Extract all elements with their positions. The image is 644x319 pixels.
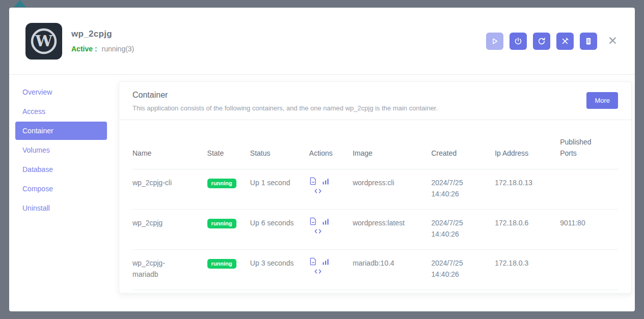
column-header-ports: Published Ports	[560, 120, 618, 169]
cell-ip-address: 172.18.0.3	[495, 250, 560, 290]
column-header-state: State	[207, 120, 250, 169]
restart-icon	[537, 37, 546, 46]
tools-icon	[560, 37, 570, 46]
column-header-image: Image	[353, 120, 431, 169]
play-icon	[490, 37, 499, 46]
cell-status: Up 6 seconds	[250, 210, 309, 250]
table-row: wp_2cpjg-cli running Up 1 second	[132, 169, 618, 210]
cell-status: Up 1 second	[250, 169, 309, 210]
cell-created: 2024/7/25 14:40:26	[431, 250, 495, 290]
cell-published-ports: 9011:80	[560, 210, 618, 250]
cell-published-ports	[560, 169, 618, 210]
sidebar-item-access[interactable]: Access	[15, 102, 107, 121]
status-label: Active :	[71, 45, 97, 53]
cell-image: wordpress:latest	[353, 210, 431, 250]
container-monitor-button[interactable]	[322, 258, 330, 266]
status-badge: running	[207, 219, 236, 228]
sidebar-item-container[interactable]: Container	[15, 122, 107, 140]
cell-actions	[309, 210, 353, 250]
container-log-button[interactable]	[309, 217, 317, 225]
chart-icon	[322, 218, 330, 225]
column-header-status: Status	[250, 120, 309, 169]
cell-actions	[309, 250, 353, 290]
file-icon	[309, 217, 317, 225]
panel-logo-peek	[14, 0, 26, 7]
chart-icon	[322, 178, 330, 185]
more-button[interactable]: More	[586, 92, 618, 109]
container-terminal-button[interactable]	[314, 268, 322, 275]
containers-table: Name State Status Actions Image Created …	[132, 120, 618, 290]
app-status: Active : running(3)	[71, 45, 134, 53]
terminal-icon	[314, 228, 322, 235]
modal-header: W wp_2cpjg Active : running(3)	[9, 8, 635, 75]
column-header-ip: Ip Address	[495, 120, 560, 169]
cell-name: wp_2cpjg	[132, 210, 207, 250]
cell-created: 2024/7/25 14:40:26	[431, 210, 495, 250]
wordpress-icon: W	[30, 27, 58, 55]
sidebar-item-volumes[interactable]: Volumes	[15, 141, 107, 159]
panel-title: Container	[132, 91, 438, 100]
panel-description: This application consists of the followi…	[132, 104, 438, 112]
sidebar-item-overview[interactable]: Overview	[15, 83, 107, 101]
table-row: wp_2cpjg-mariadb running Up 3 seconds	[132, 250, 618, 290]
column-header-name: Name	[132, 120, 207, 169]
column-header-actions: Actions	[309, 120, 353, 169]
container-terminal-button[interactable]	[314, 188, 322, 194]
cell-actions	[309, 169, 353, 210]
cell-status: Up 3 seconds	[250, 250, 309, 290]
container-panel: Container This application consists of t…	[119, 81, 632, 294]
log-button[interactable]	[580, 33, 597, 50]
svg-text:W: W	[35, 32, 53, 50]
cell-image: wordpress:cli	[353, 169, 431, 210]
cell-state: running	[207, 169, 250, 210]
header-actions: ✕	[480, 33, 620, 50]
app-title: wp_2cpjg	[71, 29, 134, 39]
status-value: running(3)	[101, 45, 134, 53]
cell-ip-address: 172.18.0.6	[495, 210, 560, 250]
log-icon	[584, 37, 593, 46]
container-log-button[interactable]	[309, 257, 317, 266]
power-icon	[514, 37, 523, 46]
terminal-icon	[314, 268, 322, 275]
file-icon	[309, 177, 317, 185]
cell-name: wp_2cpjg-cli	[132, 169, 207, 210]
cell-state: running	[207, 250, 250, 290]
sidebar: Overview Access Container Volumes Databa…	[9, 75, 119, 311]
chart-icon	[322, 258, 330, 266]
app-logo: W	[25, 23, 62, 60]
cell-image: mariadb:10.4	[353, 250, 431, 290]
close-button[interactable]: ✕	[606, 35, 620, 47]
container-monitor-button[interactable]	[322, 178, 330, 185]
column-header-created: Created	[431, 120, 495, 169]
status-badge: running	[207, 259, 236, 269]
start-button[interactable]	[486, 33, 503, 50]
terminal-icon	[314, 188, 322, 194]
restart-button[interactable]	[533, 33, 550, 50]
app-detail-modal: W wp_2cpjg Active : running(3)	[9, 8, 635, 311]
cell-ip-address: 172.18.0.13	[495, 169, 560, 210]
file-icon	[309, 257, 317, 266]
cell-state: running	[207, 210, 250, 250]
sidebar-item-compose[interactable]: Compose	[15, 180, 107, 198]
cell-name: wp_2cpjg-mariadb	[132, 250, 207, 290]
cell-created: 2024/7/25 14:40:26	[431, 169, 495, 210]
container-monitor-button[interactable]	[322, 218, 330, 225]
sidebar-item-database[interactable]: Database	[15, 160, 107, 179]
stop-button[interactable]	[509, 33, 527, 50]
container-terminal-button[interactable]	[314, 228, 322, 235]
sidebar-item-uninstall[interactable]: Uninstall	[15, 199, 107, 217]
table-row: wp_2cpjg running Up 6 seconds	[132, 210, 618, 250]
cell-published-ports	[560, 250, 618, 290]
close-icon: ✕	[608, 34, 618, 47]
status-badge: running	[207, 179, 236, 188]
container-log-button[interactable]	[309, 177, 317, 185]
operate-button[interactable]	[556, 33, 574, 50]
